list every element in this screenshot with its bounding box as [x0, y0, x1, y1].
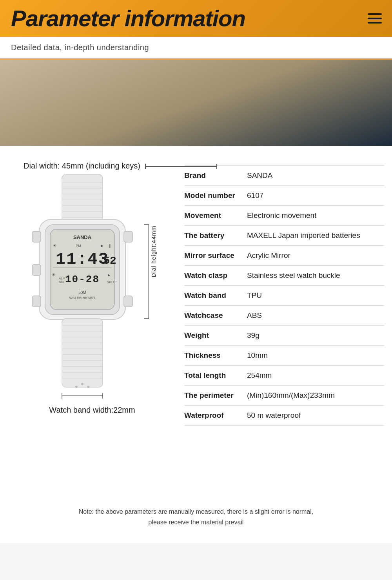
- spec-row: Mirror surface Acrylic Mirror: [184, 246, 384, 266]
- spec-row: Model number 6107: [184, 186, 384, 206]
- spec-row: Total length 254mm: [184, 366, 384, 386]
- svg-rect-9: [32, 231, 41, 242]
- spec-label-9: Thickness: [184, 346, 247, 366]
- svg-point-46: [87, 386, 89, 388]
- line-end-right: [216, 164, 217, 169]
- watch-illustration-wrap: SANDA ☀ PM ▶ ‖ 11:43 52 ✳ ALM SIG: [8, 174, 157, 402]
- spec-value-7: ABS: [247, 306, 384, 326]
- spec-row: Movement Electronic movement: [184, 206, 384, 226]
- spec-value-10: 254mm: [247, 366, 384, 386]
- spec-value-11: (Min)160mm/(Max)233mm: [247, 386, 384, 406]
- spec-label-7: Watchcase: [184, 306, 247, 326]
- hero-image-background: [0, 60, 392, 146]
- svg-text:WATER RESIST: WATER RESIST: [69, 296, 96, 300]
- spec-value-3: MAXELL Japan imported batteries: [247, 226, 384, 246]
- watch-svg: SANDA ☀ PM ▶ ‖ 11:43 52 ✳ ALM SIG: [16, 174, 149, 402]
- spec-row: The battery MAXELL Japan imported batter…: [184, 226, 384, 246]
- spec-label-1: Model number: [184, 186, 247, 206]
- spec-value-5: Stainless steel watch buckle: [247, 266, 384, 286]
- svg-text:SIG: SIG: [59, 280, 64, 284]
- spec-value-6: TPU: [247, 286, 384, 306]
- menu-icon[interactable]: [365, 9, 384, 28]
- svg-rect-10: [32, 265, 41, 276]
- spec-label-10: Total length: [184, 366, 247, 386]
- dial-width-line: [145, 164, 217, 169]
- svg-text:▶: ▶: [101, 244, 103, 248]
- specs-panel: Brand SANDA Model number 6107 Movement E…: [184, 161, 384, 487]
- page-header: Parameter information: [0, 0, 392, 37]
- spec-value-2: Electronic movement: [247, 206, 384, 226]
- spec-row: Watch clasp Stainless steel watch buckle: [184, 266, 384, 286]
- svg-text:↩: ↩: [113, 279, 116, 284]
- subtitle-text: Detailed data, in-depth understanding: [11, 43, 381, 52]
- spec-label-5: Watch clasp: [184, 266, 247, 286]
- spec-row: Watchcase ABS: [184, 306, 384, 326]
- spec-label-11: The perimeter: [184, 386, 247, 406]
- svg-text:10-28: 10-28: [65, 274, 100, 285]
- dial-width-text: Dial width: 45mm (including keys): [24, 161, 140, 170]
- watch-band-width-text: Watch band width:22mm: [8, 406, 176, 415]
- svg-text:☀: ☀: [53, 243, 56, 248]
- svg-text:SANDA: SANDA: [73, 234, 92, 240]
- line-horizontal: [146, 166, 216, 167]
- hero-image-section: [0, 60, 392, 146]
- spec-row: The perimeter (Min)160mm/(Max)233mm: [184, 386, 384, 406]
- svg-point-44: [81, 383, 83, 385]
- svg-rect-11: [32, 296, 41, 307]
- subtitle-bar: Detailed data, in-depth understanding: [0, 37, 392, 60]
- svg-text:▲: ▲: [107, 272, 111, 277]
- svg-text:‖: ‖: [109, 244, 111, 248]
- svg-rect-33: [62, 319, 103, 387]
- watch-diagram-panel: Dial width: 45mm (including keys): [8, 161, 176, 487]
- spec-label-8: Weight: [184, 326, 247, 346]
- content-area: Dial width: 45mm (including keys): [0, 146, 392, 498]
- spec-row: Watch band TPU: [184, 286, 384, 306]
- svg-text:SPL: SPL: [107, 280, 113, 284]
- svg-rect-12: [124, 231, 132, 242]
- spec-value-0: SANDA: [247, 166, 384, 186]
- spec-value-4: Acrylic Mirror: [247, 246, 384, 266]
- svg-rect-13: [124, 296, 132, 307]
- spec-value-12: 50 m waterproof: [247, 406, 384, 426]
- note-text: Note: the above parameters are manually …: [31, 506, 361, 527]
- note-section: Note: the above parameters are manually …: [0, 498, 392, 543]
- svg-text:✳: ✳: [52, 272, 55, 277]
- spec-label-12: Waterproof: [184, 406, 247, 426]
- dial-height-annotation: Dial height:44mm: [150, 225, 157, 277]
- spec-label-4: Mirror surface: [184, 246, 247, 266]
- spec-label-6: Watch band: [184, 286, 247, 306]
- spec-label-2: Movement: [184, 206, 247, 226]
- svg-text:52: 52: [103, 255, 116, 267]
- svg-text:50M: 50M: [78, 290, 86, 295]
- menu-line-1: [368, 13, 382, 15]
- spec-row: Weight 39g: [184, 326, 384, 346]
- svg-text:11:43: 11:43: [56, 250, 109, 269]
- menu-line-3: [368, 22, 382, 24]
- spec-value-8: 39g: [247, 326, 384, 346]
- watch-band-label-area: Watch band width:22mm: [8, 406, 176, 415]
- svg-point-45: [75, 386, 78, 388]
- spec-value-9: 10mm: [247, 346, 384, 366]
- dial-height-text: Dial height:44mm: [150, 225, 157, 277]
- specs-table: Brand SANDA Model number 6107 Movement E…: [184, 165, 384, 426]
- spec-value-1: 6107: [247, 186, 384, 206]
- spec-row: Waterproof 50 m waterproof: [184, 406, 384, 426]
- spec-row: Thickness 10mm: [184, 346, 384, 366]
- menu-line-2: [368, 18, 382, 19]
- page-title: Parameter information: [11, 7, 245, 30]
- svg-text:ALM: ALM: [59, 277, 65, 280]
- dial-width-label-row: Dial width: 45mm (including keys): [24, 161, 176, 170]
- spec-label-3: The battery: [184, 226, 247, 246]
- svg-text:PM: PM: [76, 244, 81, 248]
